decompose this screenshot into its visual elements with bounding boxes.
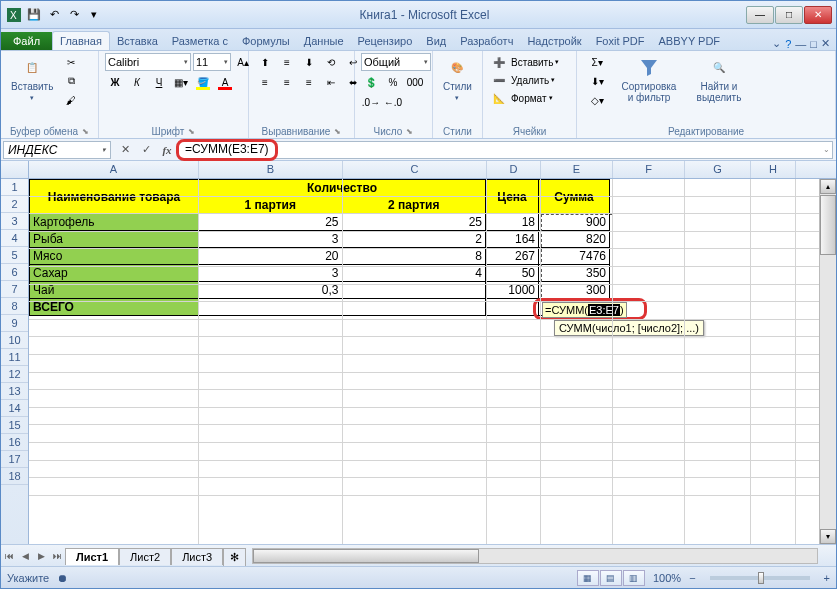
clipboard-launcher-icon[interactable]: ⬊ — [82, 127, 89, 136]
insert-function-button[interactable]: fx — [157, 141, 177, 159]
wb-restore-icon[interactable]: □ — [810, 38, 817, 50]
tab-data[interactable]: Данные — [297, 32, 351, 50]
align-middle-button[interactable]: ≡ — [277, 53, 297, 71]
number-launcher-icon[interactable]: ⬊ — [406, 127, 413, 136]
col-header-C[interactable]: C — [343, 161, 487, 178]
row-header-18[interactable]: 18 — [1, 468, 28, 485]
macro-record-icon[interactable]: ⏺ — [57, 572, 68, 584]
col-header-D[interactable]: D — [487, 161, 541, 178]
align-launcher-icon[interactable]: ⬊ — [334, 127, 341, 136]
clear-button[interactable]: ◇▾ — [583, 91, 611, 109]
col-header-E[interactable]: E — [541, 161, 613, 178]
underline-button[interactable]: Ч — [149, 73, 169, 91]
scroll-up-button[interactable]: ▴ — [820, 179, 836, 194]
decrease-indent-button[interactable]: ⇤ — [321, 73, 341, 91]
sheet-tab-2[interactable]: Лист2 — [119, 548, 171, 565]
file-tab[interactable]: Файл — [1, 32, 52, 50]
hscroll-thumb[interactable] — [253, 549, 479, 563]
paste-button[interactable]: 📋 Вставить ▾ — [7, 53, 57, 104]
tab-addins[interactable]: Надстройк — [520, 32, 588, 50]
scroll-down-button[interactable]: ▾ — [820, 529, 836, 544]
page-break-view-button[interactable]: ▥ — [623, 570, 645, 586]
fill-color-button[interactable]: 🪣 — [193, 73, 213, 91]
horizontal-scrollbar[interactable] — [252, 548, 818, 564]
align-right-button[interactable]: ≡ — [299, 73, 319, 91]
font-size-combo[interactable]: 11▾ — [193, 53, 231, 71]
redo-icon[interactable]: ↷ — [65, 6, 83, 24]
sheet-tab-1[interactable]: Лист1 — [65, 548, 119, 565]
align-center-button[interactable]: ≡ — [277, 73, 297, 91]
wb-close-icon[interactable]: ✕ — [821, 37, 830, 50]
tab-abbyy[interactable]: ABBYY PDF — [652, 32, 728, 50]
cut-button[interactable]: ✂ — [61, 53, 81, 71]
page-layout-view-button[interactable]: ▤ — [600, 570, 622, 586]
sheet-nav-first[interactable]: ⏮ — [1, 551, 17, 561]
minimize-button[interactable]: — — [746, 6, 774, 24]
col-header-A[interactable]: A — [29, 161, 199, 178]
delete-cells-button[interactable]: ➖ — [489, 71, 509, 89]
row-header-12[interactable]: 12 — [1, 366, 28, 383]
col-header-H[interactable]: H — [751, 161, 796, 178]
new-sheet-button[interactable]: ✻ — [223, 548, 246, 566]
comma-button[interactable]: 000 — [405, 73, 425, 91]
font-launcher-icon[interactable]: ⬊ — [188, 127, 195, 136]
tab-formulas[interactable]: Формулы — [235, 32, 297, 50]
save-icon[interactable]: 💾 — [25, 6, 43, 24]
insert-cells-button[interactable]: ➕ — [489, 53, 509, 71]
maximize-button[interactable]: □ — [775, 6, 803, 24]
header-batch2[interactable]: 2 партия — [342, 197, 486, 214]
row-header-16[interactable]: 16 — [1, 434, 28, 451]
find-select-button[interactable]: 🔍 Найти и выделить — [687, 53, 751, 105]
tab-developer[interactable]: Разработч — [453, 32, 520, 50]
bold-button[interactable]: Ж — [105, 73, 125, 91]
tab-home[interactable]: Главная — [52, 31, 110, 50]
font-name-combo[interactable]: Calibri▾ — [105, 53, 191, 71]
tab-review[interactable]: Рецензиро — [351, 32, 420, 50]
decrease-decimal-button[interactable]: ←.0 — [383, 93, 403, 111]
zoom-level[interactable]: 100% — [653, 572, 681, 584]
orientation-button[interactable]: ⟲ — [321, 53, 341, 71]
row-header-8[interactable]: 8 — [1, 298, 28, 315]
format-painter-button[interactable]: 🖌 — [61, 91, 81, 109]
wb-minimize-icon[interactable]: — — [795, 38, 806, 50]
number-format-combo[interactable]: Общий▾ — [361, 53, 431, 71]
undo-icon[interactable]: ↶ — [45, 6, 63, 24]
row-header-5[interactable]: 5 — [1, 247, 28, 264]
row-header-7[interactable]: 7 — [1, 281, 28, 298]
tab-pagelayout[interactable]: Разметка с — [165, 32, 235, 50]
col-header-B[interactable]: B — [199, 161, 343, 178]
header-batch1[interactable]: 1 партия — [199, 197, 343, 214]
row-header-2[interactable]: 2 — [1, 196, 28, 213]
borders-button[interactable]: ▦▾ — [171, 73, 191, 91]
row-header-15[interactable]: 15 — [1, 417, 28, 434]
select-all-button[interactable] — [1, 161, 29, 178]
row-header-10[interactable]: 10 — [1, 332, 28, 349]
fill-button[interactable]: ⬇▾ — [583, 72, 611, 90]
zoom-slider[interactable] — [710, 576, 810, 580]
row-header-11[interactable]: 11 — [1, 349, 28, 366]
formula-input[interactable]: =СУММ(E3:E7) ⌄ — [179, 141, 833, 159]
zoom-out-button[interactable]: − — [689, 572, 695, 584]
qat-customize-icon[interactable]: ▾ — [85, 6, 103, 24]
styles-button[interactable]: 🎨 Стили ▾ — [439, 53, 476, 104]
help-icon[interactable]: ? — [785, 38, 791, 50]
vscroll-thumb[interactable] — [820, 195, 836, 255]
row-header-9[interactable]: 9 — [1, 315, 28, 332]
row-header-14[interactable]: 14 — [1, 400, 28, 417]
increase-decimal-button[interactable]: .0→ — [361, 93, 381, 111]
close-button[interactable]: ✕ — [804, 6, 832, 24]
cancel-formula-button[interactable]: ✕ — [115, 141, 135, 159]
zoom-in-button[interactable]: + — [824, 572, 830, 584]
sort-filter-button[interactable]: Сортировка и фильтр — [615, 53, 683, 105]
vertical-scrollbar[interactable]: ▴ ▾ — [819, 179, 836, 544]
col-header-F[interactable]: F — [613, 161, 685, 178]
zoom-thumb[interactable] — [758, 572, 764, 584]
normal-view-button[interactable]: ▦ — [577, 570, 599, 586]
row-header-13[interactable]: 13 — [1, 383, 28, 400]
minimize-ribbon-icon[interactable]: ⌄ — [772, 37, 781, 50]
row-header-4[interactable]: 4 — [1, 230, 28, 247]
row-header-6[interactable]: 6 — [1, 264, 28, 281]
tab-view[interactable]: Вид — [419, 32, 453, 50]
excel-icon[interactable]: X — [5, 6, 23, 24]
format-cells-label[interactable]: Формат — [511, 93, 547, 104]
